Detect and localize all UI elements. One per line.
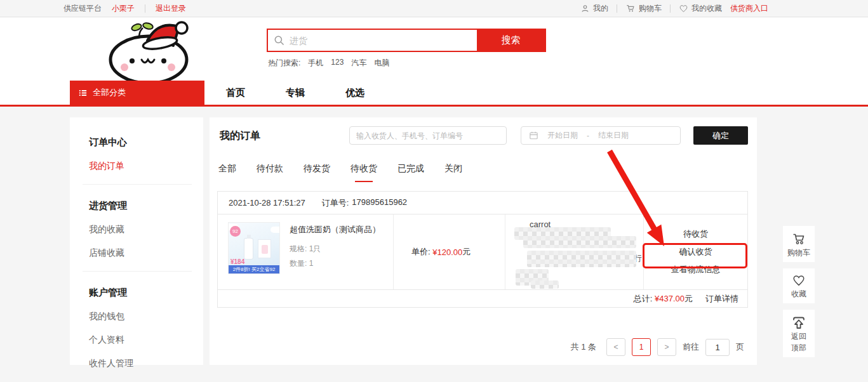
tab-completed[interactable]: 已完成 (397, 163, 424, 182)
view-logistics-link[interactable]: 查看物流信息 (671, 264, 721, 275)
product-card-graphic (258, 239, 271, 258)
sidebar-item-recipients[interactable]: 收件人管理 (89, 358, 203, 369)
calendar-icon (529, 131, 538, 140)
product-cell: 92 ¥184 2件8折! 买2立省92 超值洗面奶（测试商品） 规格: 1只 … (218, 214, 393, 289)
sidebar-item-my-wallet[interactable]: 我的钱包 (89, 311, 203, 322)
sidebar-item-profile[interactable]: 个人资料 (89, 334, 203, 346)
pagination-next-button[interactable]: > (657, 338, 676, 356)
heart-icon (792, 273, 806, 287)
username-link[interactable]: 小栗子 (112, 3, 135, 14)
my-account-link[interactable]: 我的 (580, 3, 608, 14)
main-nav: 全部分类 首页 专辑 优选 (0, 81, 868, 105)
float-favorites-label: 收藏 (791, 289, 806, 299)
order-detail-link[interactable]: 订单详情 (705, 293, 738, 305)
back-to-top-button[interactable]: 返回 顶部 (783, 310, 815, 357)
all-categories-button[interactable]: 全部分类 (70, 81, 204, 105)
float-favorites-button[interactable]: 收藏 (783, 268, 815, 303)
pagination-total: 共 1 条 (571, 341, 596, 353)
tab-closed[interactable]: 关闭 (444, 163, 462, 182)
back-to-top-label-2: 顶部 (791, 343, 806, 353)
date-end-placeholder: 结束日期 (598, 130, 629, 141)
sidebar: 订单中心 我的订单 进货管理 我的收藏 店铺收藏 账户管理 我的钱包 个人资料 … (70, 117, 203, 365)
divider (83, 184, 192, 185)
brand-text: 供应链平台 (63, 3, 102, 14)
top-utility-bar: 供应链平台 小栗子 退出登录 我的 购物车 我的收藏 供货商入口 (0, 0, 868, 17)
filter-confirm-button[interactable]: 确定 (693, 126, 748, 145)
total-value: ¥437.00 (655, 294, 684, 303)
order-card-header: 2021-10-28 17:51:27 订单号: 179895615962 (218, 192, 747, 214)
product-qty: 数量: 1 (290, 256, 380, 271)
float-cart-button[interactable]: 购物车 (783, 226, 815, 262)
date-start-placeholder: 开始日期 (547, 130, 578, 141)
hot-keyword[interactable]: 123 (331, 58, 344, 69)
pagination-page-1[interactable]: 1 (632, 338, 651, 356)
category-list-icon (78, 88, 88, 98)
recipient-cell: carrot 158 行 (505, 214, 643, 289)
floating-toolbar: 购物车 收藏 返回 顶部 (783, 226, 815, 357)
actions-cell: 待收货 确认收货 查看物流信息 (643, 214, 747, 289)
tab-pending-payment[interactable]: 待付款 (257, 163, 283, 182)
order-number-value: 179895615962 (352, 197, 407, 209)
censor-mosaic (523, 236, 636, 248)
order-number-label: 订单号: (322, 197, 349, 209)
goto-label: 前往 (683, 341, 699, 353)
sidebar-item-my-favorites[interactable]: 我的收藏 (89, 224, 203, 235)
total-label: 总计: (634, 294, 653, 303)
supplier-entry-link[interactable]: 供货商入口 (730, 3, 768, 14)
goto-unit-label: 页 (736, 341, 744, 353)
goto-page-input[interactable] (705, 339, 730, 356)
discount-badge: 92 (230, 226, 241, 237)
favorites-link[interactable]: 我的收藏 (679, 3, 722, 14)
sidebar-item-my-orders[interactable]: 我的订单 (89, 161, 203, 172)
order-card: 2021-10-28 17:51:27 订单号: 179895615962 92… (217, 191, 748, 308)
nav-item-albums[interactable]: 专辑 (286, 87, 305, 99)
mascot-logo-icon (93, 19, 207, 84)
search-icon (274, 35, 285, 46)
product-thumbnail[interactable]: 92 ¥184 2件8折! 买2立省92 (228, 222, 280, 274)
hot-search: 热门搜索: 手机 123 汽车 电脑 (268, 58, 389, 69)
order-status-tabs: 全部 待付款 待发货 待收货 已完成 关闭 (218, 163, 462, 182)
censor-mosaic (531, 280, 559, 289)
hot-keyword[interactable]: 手机 (308, 58, 323, 69)
nav-item-home[interactable]: 首页 (226, 87, 245, 99)
page-title: 我的订单 (220, 129, 260, 143)
divider (83, 271, 192, 272)
pagination-prev-button[interactable]: < (606, 338, 625, 356)
tab-all[interactable]: 全部 (218, 163, 236, 182)
tab-pending-receipt[interactable]: 待收货 (351, 163, 377, 182)
decor-cloud (270, 227, 280, 233)
order-card-footer: 总计: ¥437.00元 订单详情 (218, 289, 747, 307)
date-range-picker[interactable]: 开始日期 - 结束日期 (521, 126, 681, 145)
search-button[interactable]: 搜索 (477, 30, 545, 51)
site-logo[interactable] (93, 19, 207, 86)
pagination: 共 1 条 < 1 > 前往 页 (571, 338, 744, 356)
divider (617, 4, 617, 13)
search-input[interactable] (268, 30, 477, 51)
divider (145, 4, 145, 13)
unit-price-unit: 元 (462, 246, 471, 258)
nav-item-premium[interactable]: 优选 (345, 87, 364, 99)
hot-keyword[interactable]: 电脑 (374, 58, 389, 69)
price-cell: 单价: ¥120.00元 (393, 214, 505, 289)
sidebar-item-shop-favorites[interactable]: 店铺收藏 (89, 247, 203, 259)
order-datetime: 2021-10-28 17:51:27 (229, 198, 305, 207)
total-unit: 元 (684, 294, 693, 303)
order-status-badge: 待收货 (683, 228, 708, 240)
search-input-wrap (268, 30, 477, 51)
site-header: 搜索 热门搜索: 手机 123 汽车 电脑 全部分类 首页 专辑 优选 (0, 18, 868, 107)
logout-link[interactable]: 退出登录 (156, 3, 186, 14)
order-filter-input[interactable] (349, 126, 507, 145)
censor-mosaic (527, 251, 636, 267)
cart-icon (625, 3, 636, 13)
product-spec: 规格: 1只 (290, 242, 380, 256)
hot-keyword[interactable]: 汽车 (351, 58, 366, 69)
cart-link[interactable]: 购物车 (625, 3, 662, 14)
sidebar-section-purchase: 进货管理 (89, 200, 203, 212)
tab-pending-shipment[interactable]: 待发货 (304, 163, 330, 182)
product-name[interactable]: 超值洗面奶（测试商品） (290, 224, 380, 235)
image-price-text: ¥184 (230, 258, 244, 265)
confirm-receipt-button[interactable]: 确认收货 (679, 246, 712, 258)
back-to-top-icon (791, 315, 806, 330)
product-info: 超值洗面奶（测试商品） 规格: 1只 数量: 1 (290, 222, 380, 289)
topbar-left: 供应链平台 小栗子 退出登录 (63, 3, 186, 14)
